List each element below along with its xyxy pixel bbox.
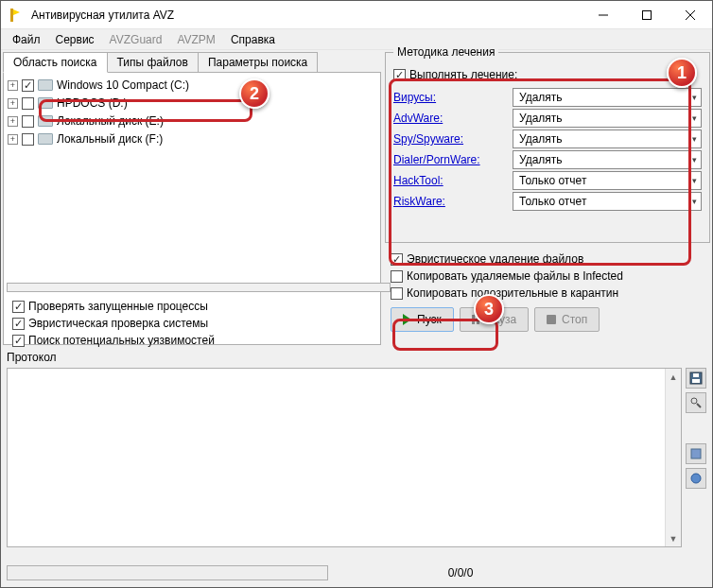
scroll-up-icon[interactable]: ▲	[666, 369, 681, 385]
svg-rect-6	[692, 379, 700, 383]
stop-icon	[547, 315, 556, 324]
drive-icon	[38, 115, 53, 127]
expander-icon[interactable]: +	[8, 98, 18, 109]
protocol-textarea[interactable]: ▲ ▼	[7, 368, 682, 547]
expander-icon[interactable]: +	[8, 134, 18, 145]
option-checkbox[interactable]	[12, 301, 25, 313]
method-combo[interactable]: Удалять▾	[513, 130, 702, 148]
tab-file-types[interactable]: Типы файлов	[107, 52, 199, 73]
method-combo[interactable]: Только отчет▾	[513, 192, 702, 211]
drive-label: Локальный диск (F:)	[57, 132, 163, 146]
minimize-button[interactable]	[582, 1, 625, 29]
svg-line-9	[697, 404, 701, 407]
drive-row[interactable]: +Локальный диск (F:)	[8, 130, 376, 147]
drive-label: Windows 10 Compact (C:)	[57, 78, 189, 92]
menu-help[interactable]: Справка	[223, 31, 283, 48]
option-label: Эвристическая проверка системы	[28, 317, 208, 330]
method-row: RiskWare:Только отчет▾	[393, 191, 702, 212]
view-log-button[interactable]	[686, 392, 706, 413]
menu-service[interactable]: Сервис	[48, 31, 102, 48]
start-button[interactable]: Пуск	[391, 307, 454, 332]
scrollbar[interactable]: ▲ ▼	[665, 369, 681, 546]
method-link[interactable]: RiskWare:	[393, 195, 507, 208]
progress-bar	[7, 565, 328, 580]
tool-button-2[interactable]	[686, 468, 706, 489]
protocol-label: Протокол	[7, 351, 57, 364]
method-combo[interactable]: Удалять▾	[513, 150, 702, 169]
treatment-method-group: Методика лечения Выполнять лечение: Виру…	[385, 52, 710, 243]
right-options: Эвристическое удаление файловКопировать …	[385, 247, 710, 305]
drive-checkbox[interactable]	[22, 97, 34, 110]
option-row: Эвристическое удаление файлов	[391, 251, 704, 268]
drive-checkbox[interactable]	[22, 115, 34, 128]
drive-row[interactable]: +Локальный диск (E:)	[8, 112, 376, 130]
method-link[interactable]: HackTool:	[393, 174, 507, 187]
chevron-down-icon: ▾	[692, 113, 697, 123]
drive-icon	[38, 97, 53, 109]
method-row: Вирусы:Удалять▾	[393, 87, 702, 108]
svg-rect-2	[643, 10, 652, 19]
tool-button-1[interactable]	[686, 443, 706, 464]
combo-value: Удалять	[519, 112, 563, 125]
method-combo[interactable]: Только отчет▾	[513, 171, 702, 190]
callout-2: 2	[239, 78, 270, 109]
scan-tabs: Область поиска Типы файлов Параметры пои…	[3, 52, 381, 73]
option-label: Проверять запущенные процессы	[28, 300, 208, 313]
menu-avzpm[interactable]: AVZPM	[169, 31, 222, 48]
method-link[interactable]: Вирусы:	[393, 91, 507, 104]
option-row: Проверять запущенные процессы	[12, 298, 379, 315]
method-link[interactable]: Dialer/PornWare:	[393, 153, 507, 166]
close-button[interactable]	[669, 1, 712, 29]
drive-icon	[38, 133, 53, 145]
method-link[interactable]: AdvWare:	[393, 112, 507, 125]
method-combo[interactable]: Удалять▾	[513, 88, 702, 107]
drive-icon	[38, 79, 53, 91]
expander-icon[interactable]: +	[8, 116, 18, 127]
save-log-button[interactable]	[686, 368, 706, 389]
option-label: Копировать подозрительные в карантин	[407, 286, 618, 300]
drive-checkbox[interactable]	[22, 133, 34, 146]
drive-row[interactable]: +HPDOCS (D:)	[8, 95, 376, 112]
option-checkbox[interactable]	[12, 335, 25, 347]
start-button-label: Пуск	[417, 313, 442, 326]
drive-row[interactable]: +Windows 10 Compact (C:)	[8, 77, 376, 94]
option-checkbox[interactable]	[391, 253, 403, 266]
tab-scan-area[interactable]: Область поиска	[3, 52, 108, 73]
svg-point-8	[691, 398, 697, 404]
option-row: Поиск потенциальных уязвимостей	[12, 332, 379, 349]
perform-treatment-checkbox[interactable]	[393, 69, 406, 81]
method-row: HackTool:Только отчет▾	[393, 170, 702, 191]
svg-rect-0	[10, 9, 13, 22]
maximize-button[interactable]	[625, 1, 669, 29]
tab-scan-params[interactable]: Параметры поиска	[198, 52, 318, 73]
method-row: AdvWare:Удалять▾	[393, 108, 702, 129]
drive-checkbox[interactable]	[22, 79, 34, 92]
app-icon	[1, 1, 29, 29]
callout-1: 1	[667, 58, 697, 88]
stop-button[interactable]: Стоп	[534, 307, 600, 332]
option-label: Эвристическое удаление файлов	[407, 252, 583, 266]
statusbar: 0/0/0	[7, 562, 706, 583]
stop-button-label: Стоп	[562, 313, 587, 326]
svg-rect-10	[691, 449, 701, 458]
menubar: Файл Сервис AVZGuard AVZPM Справка	[1, 29, 712, 50]
method-row: Spy/Spyware:Удалять▾	[393, 129, 702, 149]
method-combo[interactable]: Удалять▾	[513, 109, 702, 128]
perform-treatment-label: Выполнять лечение:	[409, 68, 517, 81]
option-checkbox[interactable]	[391, 270, 403, 283]
scroll-down-icon[interactable]: ▼	[666, 530, 681, 546]
treatment-legend: Методика лечения	[393, 45, 498, 59]
combo-value: Только отчет	[519, 174, 586, 187]
chevron-down-icon: ▾	[692, 176, 697, 185]
expander-icon[interactable]: +	[8, 80, 18, 91]
method-link[interactable]: Spy/Spyware:	[393, 132, 507, 146]
left-options: Проверять запущенные процессыЭвристическ…	[7, 294, 385, 353]
option-row: Эвристическая проверка системы	[12, 315, 379, 332]
option-checkbox[interactable]	[12, 318, 25, 330]
menu-avzguard[interactable]: AVZGuard	[102, 31, 170, 48]
svg-rect-7	[693, 373, 699, 377]
option-checkbox[interactable]	[391, 287, 403, 300]
menu-file[interactable]: Файл	[5, 31, 48, 48]
titlebar: Антивирусная утилита AVZ	[1, 1, 712, 29]
option-label: Поиск потенциальных уязвимостей	[28, 334, 215, 347]
